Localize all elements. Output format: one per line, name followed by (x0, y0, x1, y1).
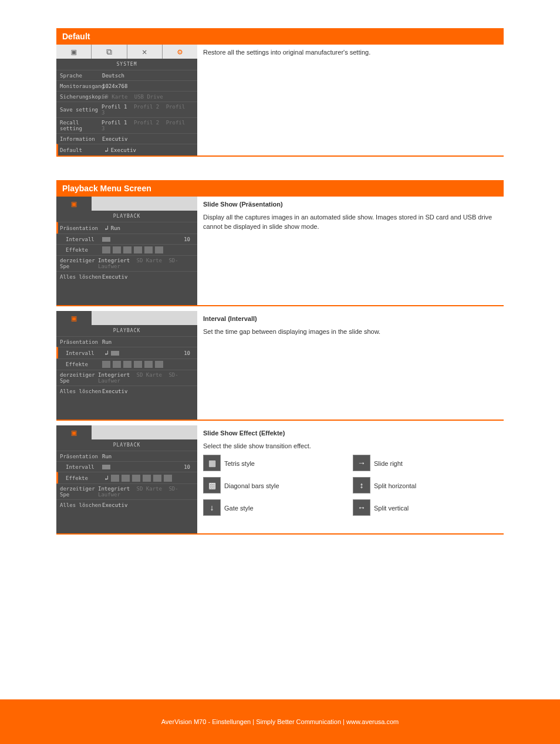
enter-icon: ↲ (104, 224, 109, 232)
effects-icons (102, 246, 163, 253)
row-values: SD Karte USB Drive (102, 94, 167, 100)
enter-icon: ↲ (104, 349, 109, 357)
slider-value: 10 (184, 464, 194, 470)
row-value: Run (102, 454, 112, 459)
row-label: Sprache (60, 73, 102, 79)
row-label: Intervall (60, 236, 102, 242)
default-description: Restore all the settings into original m… (197, 45, 504, 155)
row-label: Monitorausgang (60, 83, 102, 89)
effect-label: Diagonal bars style (224, 482, 279, 491)
playback-tab-icon: ▣ (72, 428, 76, 437)
slider-value: 10 (184, 350, 194, 356)
row-label-selected: Effekte (60, 475, 102, 481)
interval-description: Interval (Intervall) Set the time gap be… (197, 311, 504, 420)
effect-label: Slide right (374, 459, 403, 469)
row-label: Alles löschen (60, 388, 102, 394)
row-value: Executiv (102, 502, 127, 508)
effect-slide-right-icon: → (353, 455, 370, 471)
effects-icons (111, 475, 172, 482)
effect-diagonal-icon: ▩ (203, 477, 221, 493)
row-label: Recall setting (60, 120, 102, 131)
playback-tab-icon: ▣ (72, 313, 76, 323)
row-label: Präsentation (60, 339, 102, 345)
row-label: Präsentation (60, 454, 102, 459)
row-label: derzeitiger Spe (60, 258, 98, 269)
row-value: Run (102, 339, 112, 345)
row-label: Save setting (60, 107, 102, 113)
row-label: Information (60, 136, 102, 142)
row-values: Integriert SD Karte SD-Laufwer (98, 486, 194, 498)
playback-screenshot-effect: ▣ PLAYBACK Präsentation Run Intervall 10… (56, 425, 197, 533)
playback-screenshot-slideshow: ▣ PLAYBACK Präsentation ↲ Run Intervall … (56, 197, 197, 305)
tab-display-icon: ⧉ (92, 45, 127, 59)
effect-tetris-icon: ▦ (203, 455, 221, 471)
row-values: Integriert SD Karte SD-Laufwer (98, 372, 194, 384)
tab-image-icon: ▣ (56, 45, 92, 59)
system-screenshot: ▣ ⧉ ✕ ⚙ SYSTEM Sprache Deutsch Monitorau… (56, 45, 197, 155)
playback-screenshot-interval: ▣ PLAYBACK Präsentation Run Intervall ↲ … (56, 311, 197, 420)
slider-value: 10 (184, 236, 194, 242)
row-value: Executiv (102, 136, 127, 142)
playback-tab-icon: ▣ (72, 199, 76, 208)
row-value: Run (111, 225, 120, 231)
section-header-default: Default (56, 28, 504, 45)
row-label: Alles löschen (60, 274, 102, 280)
effect-description: Slide Show Effect (Effekte) Select the s… (197, 425, 504, 533)
tab-tools-icon: ✕ (127, 45, 163, 59)
row-value: Executiv (102, 388, 127, 394)
slideshow-description: Slide Show (Präsentation) Display all th… (197, 197, 504, 305)
row-value: Deutsch (102, 73, 124, 79)
window-title: PLAYBACK (56, 211, 197, 222)
row-label: derzeitiger Spe (60, 372, 98, 384)
slider-icon (102, 237, 110, 242)
row-value: Executiv (102, 274, 127, 280)
window-title: SYSTEM (56, 59, 197, 70)
effect-split-horizontal-icon: ↕ (353, 477, 370, 493)
row-value: 1024x768 (102, 83, 127, 89)
row-value: Executiv (111, 147, 136, 153)
row-label: Effekte (60, 361, 102, 367)
slider-icon (102, 465, 110, 469)
enter-icon: ↲ (104, 474, 109, 482)
effect-label: Split horizontal (374, 482, 416, 491)
row-label: derzeitiger Spe (60, 486, 98, 498)
row-label-selected: Default (60, 147, 102, 153)
row-label: Intervall (60, 464, 102, 470)
slider-icon (111, 351, 119, 356)
row-label-selected: Intervall (60, 350, 102, 356)
row-label: Alles löschen (60, 502, 102, 508)
window-title: PLAYBACK (56, 439, 197, 451)
effect-label: Gate style (224, 504, 254, 513)
row-values: Profil 1 Profil 2 Profil 3 (102, 120, 194, 131)
row-label: Sicherungskopie (60, 94, 102, 100)
row-label: Effekte (60, 247, 102, 253)
enter-icon: ↲ (104, 146, 109, 154)
effect-label: Tetris style (224, 459, 255, 469)
section-header-playback: Playback Menu Screen (56, 180, 504, 197)
effects-icons (102, 361, 163, 368)
effect-label: Split vertical (374, 504, 409, 513)
window-title: PLAYBACK (56, 325, 197, 336)
row-values: Profil 1 Profil 2 Profil 3 (102, 104, 194, 116)
row-label-selected: Präsentation (60, 225, 102, 231)
effect-split-vertical-icon: ↔ (353, 499, 370, 516)
page-footer: AverVision M70 - Einstellungen | Simply … (0, 699, 560, 744)
effect-gate-icon: ↓ (203, 499, 221, 516)
row-values: Integriert SD Karte SD-Laufwer (98, 258, 194, 269)
tab-system-icon: ⚙ (163, 45, 197, 59)
